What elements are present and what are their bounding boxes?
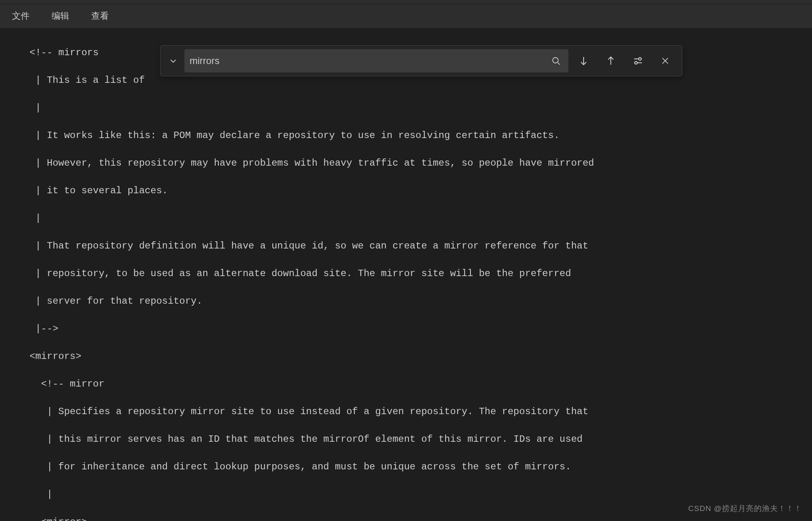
search-input-wrap bbox=[184, 49, 568, 72]
code-line: | repository, to be used as an alternate… bbox=[18, 267, 812, 281]
code-line: | server for that repository. bbox=[18, 295, 812, 309]
code-line: | this mirror serves has an ID that matc… bbox=[18, 433, 812, 447]
menu-edit[interactable]: 编辑 bbox=[48, 8, 73, 24]
titlebar bbox=[0, 0, 812, 4]
search-icon[interactable] bbox=[549, 54, 563, 68]
menu-file[interactable]: 文件 bbox=[8, 8, 34, 24]
search-close-button[interactable] bbox=[655, 51, 675, 71]
code-line: | for inheritance and direct lookup purp… bbox=[18, 460, 812, 474]
search-next-button[interactable] bbox=[574, 51, 594, 71]
search-input[interactable] bbox=[190, 55, 549, 66]
arrow-up-icon bbox=[606, 56, 616, 66]
code-line: | it to several places. bbox=[18, 184, 812, 198]
code-line: | Specifies a repository mirror site to … bbox=[18, 405, 812, 419]
search-expand-toggle[interactable] bbox=[165, 49, 181, 73]
svg-point-5 bbox=[635, 62, 638, 64]
code-line: | It works like this: a POM may declare … bbox=[18, 129, 812, 143]
svg-point-0 bbox=[553, 58, 558, 63]
sliders-icon bbox=[633, 56, 643, 66]
arrow-down-icon bbox=[578, 56, 589, 66]
search-panel bbox=[160, 45, 682, 76]
svg-point-3 bbox=[639, 58, 642, 60]
search-settings-button[interactable] bbox=[628, 51, 648, 71]
magnifier-icon bbox=[552, 56, 560, 65]
code-line: <mirror> bbox=[18, 515, 812, 521]
chevron-down-icon bbox=[169, 57, 177, 65]
code-line: <!-- mirror bbox=[18, 377, 812, 391]
menubar: 文件 编辑 查看 bbox=[0, 4, 812, 28]
code-line: |--> bbox=[18, 322, 812, 336]
code-line: | bbox=[18, 212, 812, 226]
search-prev-button[interactable] bbox=[601, 51, 621, 71]
code-line: <mirrors> bbox=[18, 350, 812, 364]
menu-view[interactable]: 查看 bbox=[87, 8, 113, 24]
close-icon bbox=[661, 56, 670, 65]
watermark: CSDN @捞起月亮的渔夫！！！ bbox=[688, 503, 802, 514]
code-line: | bbox=[18, 488, 812, 502]
code-line: | bbox=[18, 101, 812, 115]
code-line: | However, this repository may have prob… bbox=[18, 156, 812, 170]
code-line: | That repository definition will have a… bbox=[18, 239, 812, 253]
svg-line-1 bbox=[558, 62, 560, 65]
editor-area[interactable]: <!-- mirrors | This is a list of | | It … bbox=[0, 28, 812, 521]
